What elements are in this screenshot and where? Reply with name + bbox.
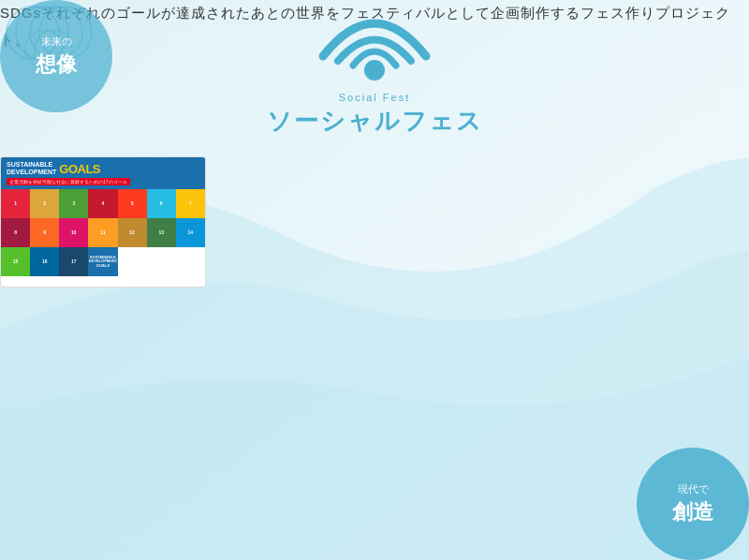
venn-circle-present: 現代で 創造 bbox=[637, 448, 749, 560]
venn-diagram: 未来の 想像 現代で 創造 bbox=[0, 0, 749, 560]
venn-present-small: 現代で bbox=[678, 482, 709, 496]
venn-circle-future: 未来の 想像 bbox=[0, 0, 112, 112]
venn-future-large: 想像 bbox=[36, 51, 77, 79]
venn-present-large: 創造 bbox=[672, 498, 713, 526]
venn-future-small: 未来の bbox=[41, 35, 72, 49]
